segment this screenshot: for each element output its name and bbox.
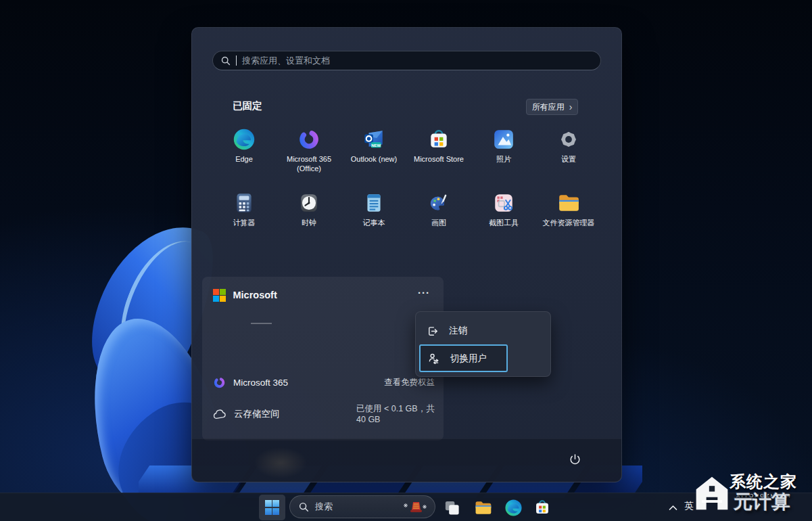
app-paint[interactable]: 画图: [406, 191, 471, 227]
watermark: 系统之家 XITONGZHIJIA 元计算: [689, 467, 812, 521]
account-card: Microsoft ··· Microsoft 365 查看免费权益 云存储空间…: [202, 277, 444, 440]
taskbar-search[interactable]: 搜索: [289, 495, 435, 518]
watermark-logo-icon: [692, 472, 732, 514]
snipping-tool-icon: [492, 191, 515, 214]
app-calculator[interactable]: 计算器: [212, 191, 277, 227]
file-explorer-icon: [557, 191, 580, 214]
chevron-right-icon: ›: [569, 102, 573, 112]
app-settings[interactable]: 设置: [536, 128, 601, 164]
switch-user-icon: [428, 353, 440, 365]
start-search-input[interactable]: 搜索应用、设置和文档: [212, 51, 601, 70]
windows-logo-icon: [265, 500, 280, 515]
photos-icon: [492, 128, 515, 151]
edge-button[interactable]: [502, 497, 525, 518]
view-benefits-link[interactable]: 查看免费权益: [384, 377, 435, 388]
cloud-storage-row[interactable]: 云存储空间 已使用 < 0.1 GB，共 40 GB: [213, 401, 435, 428]
search-highlight-icon: [402, 499, 428, 515]
microsoft-logo-icon: [213, 289, 226, 302]
microsoft-store-icon: [427, 128, 450, 151]
app-microsoft-365[interactable]: Microsoft 365 (Office): [277, 128, 341, 174]
cloud-icon: [213, 409, 226, 420]
edge-icon: [504, 499, 523, 517]
svg-text:NEW: NEW: [371, 143, 381, 148]
app-outlook-new[interactable]: NEW Outlook (new): [341, 128, 406, 164]
microsoft-365-icon: [213, 376, 226, 389]
power-button[interactable]: [563, 447, 587, 472]
desktop: 搜索应用、设置和文档 已固定 所有应用 › Edge: [0, 0, 812, 521]
watermark-overlay: 元计算: [734, 489, 790, 515]
microsoft-365-icon: [297, 128, 320, 151]
account-name: Microsoft: [233, 290, 277, 300]
start-menu: 搜索应用、设置和文档 已固定 所有应用 › Edge: [191, 27, 622, 482]
account-context-menu: 注销 切换用户: [415, 311, 551, 377]
edge-icon: [233, 128, 256, 151]
app-edge[interactable]: Edge: [212, 128, 277, 164]
file-explorer-button[interactable]: [471, 497, 494, 518]
search-icon: [221, 56, 231, 66]
app-microsoft-store[interactable]: Microsoft Store: [406, 128, 471, 164]
task-view-button[interactable]: [440, 497, 463, 518]
account-detail-dash: [251, 323, 272, 324]
account-header: Microsoft: [213, 289, 277, 302]
start-button[interactable]: [259, 495, 285, 520]
task-view-icon: [444, 499, 460, 516]
paint-icon: [427, 191, 450, 214]
search-placeholder: 搜索应用、设置和文档: [242, 55, 330, 67]
search-icon: [299, 502, 309, 512]
menu-item-switch-user[interactable]: 切换用户: [419, 344, 508, 372]
settings-icon: [557, 128, 580, 151]
outlook-icon: NEW: [362, 128, 385, 151]
tray-overflow-button[interactable]: [661, 497, 684, 518]
app-photos[interactable]: 照片: [471, 128, 536, 164]
menu-item-sign-out[interactable]: 注销: [427, 321, 467, 341]
app-notepad[interactable]: 记事本: [341, 191, 406, 227]
microsoft-365-row[interactable]: Microsoft 365 查看免费权益: [213, 373, 435, 391]
pinned-section-title: 已固定: [233, 99, 262, 112]
microsoft-store-button[interactable]: [531, 497, 554, 518]
power-icon: [568, 453, 582, 467]
calculator-icon: [233, 191, 256, 214]
sign-out-icon: [427, 325, 439, 337]
text-cursor: [236, 55, 237, 66]
account-more-button[interactable]: ···: [414, 285, 434, 300]
microsoft-store-icon: [533, 499, 551, 516]
clock-icon: [297, 191, 320, 214]
file-explorer-icon: [474, 499, 492, 517]
app-snipping-tool[interactable]: 截图工具: [471, 191, 536, 227]
storage-usage-text: 已使用 < 0.1 GB，共 40 GB: [356, 403, 435, 426]
app-clock[interactable]: 时钟: [277, 191, 341, 227]
notepad-icon: [362, 191, 385, 214]
chevron-up-icon: [669, 505, 677, 511]
app-file-explorer[interactable]: 文件资源管理器: [536, 191, 601, 227]
start-menu-footer: [192, 438, 621, 482]
all-apps-button[interactable]: 所有应用 ›: [526, 99, 578, 115]
